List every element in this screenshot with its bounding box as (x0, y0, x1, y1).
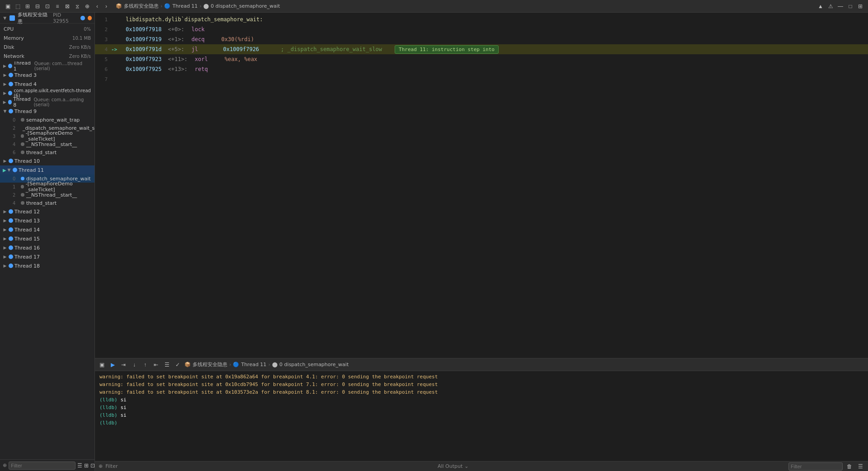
terminal-line-3: warning: failed to set breakpoint site a… (99, 388, 863, 396)
thread9-frame-3[interactable]: 3 -[SemaphoreDemo _saleTicket] (0, 132, 94, 140)
toolbar-btn-5[interactable]: ⊡ (43, 2, 52, 10)
toolbar-btn-6[interactable]: ≡ (53, 2, 61, 10)
toolbar-right-5[interactable]: ⊞ (856, 2, 864, 10)
breadcrumb-frame[interactable]: 0 dispatch_semaphore_wait (211, 3, 280, 9)
process-expand-icon (3, 16, 7, 20)
thread-item-1[interactable]: Thread 1 Queue: com....thread (serial) (0, 61, 94, 71)
op-4: jl (192, 46, 214, 52)
bottom-menu-btn[interactable]: ☰ (856, 462, 864, 471)
toolbar-right-3[interactable]: — (836, 2, 844, 10)
thread9-icon (9, 109, 13, 113)
debug-step-into[interactable]: ↓ (130, 361, 138, 369)
terminal-line-6: (lldb) si (99, 411, 863, 419)
thread-item-17[interactable]: Thread 17 (0, 252, 94, 261)
terminal-prompt-3: (lldb) (99, 412, 118, 418)
debug-btn-5[interactable]: ⇤ (152, 361, 160, 369)
debug-btn-1[interactable]: ▣ (98, 361, 106, 369)
thread-item-18[interactable]: Thread 18 (0, 261, 94, 270)
thread8-queue: Queue: com.a...oming (serial) (33, 97, 92, 107)
filter-dot-btn[interactable]: ⊡ (90, 462, 95, 470)
thread10-label: Thread 10 (14, 158, 40, 164)
debug-continue[interactable]: ▶ (108, 361, 117, 369)
nav-back-button[interactable]: ‹ (93, 2, 101, 10)
toolbar-right-1[interactable]: ▲ (816, 2, 825, 10)
code-editor[interactable]: 1 libdispatch.dylib`dispatch_semaphore_w… (95, 13, 868, 358)
frame-icon (21, 151, 24, 154)
thread-item-13[interactable]: Thread 13 (0, 216, 94, 225)
process-header[interactable]: 多线程安全隐患 PID 32955 (0, 13, 94, 24)
thread-item-4[interactable]: Thread 4 (0, 80, 94, 89)
filter-input[interactable] (9, 462, 75, 470)
thread-item-12[interactable]: Thread 12 (0, 207, 94, 216)
toolbar-btn-8[interactable]: ⧖ (73, 2, 81, 10)
debug-btn-6[interactable]: ☰ (163, 361, 171, 369)
threadef-expand-icon (3, 91, 7, 95)
thread-item-9[interactable]: Thread 9 (0, 107, 94, 116)
breadcrumb-project[interactable]: 多线程安全隐患 (124, 3, 159, 9)
terminal-line-7: (lldb) (99, 419, 863, 427)
arg-3: 0x30(%rdi) (222, 36, 254, 42)
debug-step-over[interactable]: ⇥ (119, 361, 127, 369)
top-toolbar: ▣ ⬚ ⊞ ⊟ ⊡ ≡ ⊠ ⧖ ⊕ ‹ › 📦 多线程安全隐患 › 🔵 Thre… (0, 0, 868, 13)
frame-fn: semaphore_wait_trap (26, 117, 80, 123)
thread-item-16[interactable]: Thread 16 (0, 243, 94, 252)
toolbar-btn-7[interactable]: ⊠ (63, 2, 71, 10)
filter-grid-btn[interactable]: ⊞ (84, 462, 89, 470)
threads-list: Thread 1 Queue: com....thread (serial) T… (0, 61, 94, 459)
filter-icon-bottom: ⊕ (99, 463, 103, 469)
main-layout: 多线程安全隐患 PID 32955 CPU 0% Memory 10.1 MB … (0, 13, 868, 471)
thread11-frame-4[interactable]: 4 thread_start (0, 199, 94, 207)
thread9-frame-6[interactable]: 6 thread_start (0, 148, 94, 156)
bottom-toolbar: ▣ ▶ ⇥ ↓ ↑ ⇤ ☰ ✓ 📦 多线程安全隐患 › 🔵 Thread 11 … (95, 358, 868, 371)
offset-4: <+5>: (168, 46, 184, 52)
debug-btn-7[interactable]: ✓ (174, 361, 182, 369)
bottom-filter-input[interactable] (788, 462, 843, 471)
frame-icon (21, 201, 24, 205)
thread18-icon (9, 264, 13, 268)
frame-num: 4 (13, 201, 19, 206)
bottom-delete-btn[interactable]: 🗑 (845, 462, 854, 471)
debug-step-out[interactable]: ↑ (141, 361, 149, 369)
thread-item-3[interactable]: Thread 3 (0, 71, 94, 80)
thread8-icon (8, 100, 12, 104)
thread-item-8[interactable]: Thread 8 Queue: com.a...oming (serial) (0, 98, 94, 107)
bottom-status-bar: ⊕ Filter All Output ⌄ 🗑 ☰ (95, 461, 868, 471)
thread4-expand-icon (3, 82, 7, 86)
thread1-expand-icon (3, 64, 7, 68)
breadcrumb-sep-1: › (160, 3, 162, 9)
thread-item-11[interactable]: ▶ Thread 11 (0, 165, 94, 174)
breadcrumb-icon: 📦 (116, 3, 122, 9)
thread-item-14[interactable]: Thread 14 (0, 225, 94, 234)
toolbar-btn-4[interactable]: ⊟ (33, 2, 42, 10)
thread14-expand-icon (3, 227, 7, 232)
line-num-7: 7 (99, 76, 108, 82)
memory-value: 10.1 MB (72, 36, 91, 41)
nav-forward-button[interactable]: › (102, 2, 110, 10)
bottom-status-right: 🗑 ☰ (788, 462, 864, 471)
output-label-area[interactable]: All Output ⌄ (438, 463, 469, 469)
terminal-prompt-4: (lldb) (99, 420, 118, 426)
frame-num: 2 (13, 193, 19, 198)
thread11-frame-1[interactable]: 1 -[SemaphoreDemo _saleTicket] (0, 183, 94, 191)
thread-item-10[interactable]: Thread 10 (0, 156, 94, 165)
process-icon (9, 15, 14, 21)
annotation-box: Thread 11: instruction step into (395, 45, 499, 54)
thread9-frame-0[interactable]: 0 semaphore_wait_trap (0, 116, 94, 124)
thread14-icon (9, 227, 13, 232)
toolbar-btn-9[interactable]: ⊕ (83, 2, 91, 10)
network-label: Network (4, 53, 67, 59)
toolbar-right-2[interactable]: ⚠ (826, 2, 835, 10)
thread12-expand-icon (3, 209, 7, 214)
breadcrumb-thread[interactable]: Thread 11 (172, 3, 198, 9)
line-num-6: 6 (99, 66, 108, 72)
filter-list-btn[interactable]: ☰ (77, 462, 82, 470)
thread-item-15[interactable]: Thread 15 (0, 234, 94, 243)
toolbar-btn-1[interactable]: ▣ (4, 2, 12, 10)
frame-num: 0 (13, 118, 19, 122)
toolbar-btn-2[interactable]: ⬚ (14, 2, 22, 10)
thread9-label: Thread 9 (14, 108, 37, 114)
toolbar-right-4[interactable]: □ (846, 2, 854, 10)
toolbar-btn-3[interactable]: ⊞ (24, 2, 32, 10)
thread14-label: Thread 14 (14, 227, 40, 233)
frame-num: 4 (13, 142, 19, 147)
